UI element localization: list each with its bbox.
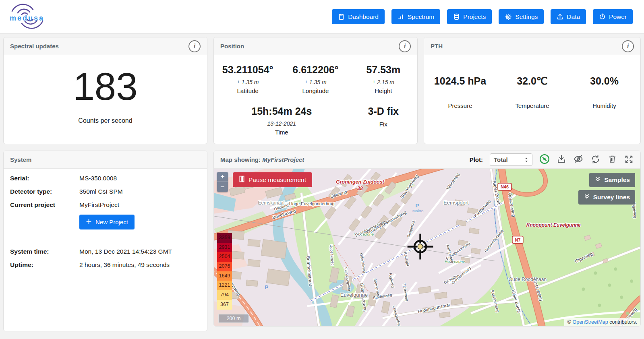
projects-database-icon [453, 13, 460, 20]
legend-item: 2504 [217, 252, 232, 262]
openstreetmap-link[interactable]: OpenStreetMap [572, 319, 608, 325]
humidity-label: Humidity [568, 102, 640, 109]
system-time-value: Mon, 13 Dec 2021 14:54:23 GMT [79, 248, 172, 255]
humidity-stat: 30.0% Humidity [568, 75, 640, 109]
spectral-updates-card: Spectral updates i 183 Counts per second [3, 37, 207, 144]
fix-stat: 3-D fix Fix [350, 105, 417, 136]
fullscreen-button[interactable] [624, 154, 634, 165]
map-label-eemspoort: Eemspoort [443, 200, 469, 206]
info-icon[interactable]: i [399, 40, 411, 52]
cps-value: 183 [4, 67, 207, 106]
latitude-stat: 53.211054° ± 1.35 m Latitude [214, 64, 282, 94]
cps-label: Counts per second [4, 117, 207, 124]
pause-icon [239, 176, 245, 184]
nav-projects-button[interactable]: Projects [447, 9, 492, 24]
longitude-label: Longitude [282, 87, 349, 94]
current-project-label: Current project [10, 201, 79, 209]
dashboard-clipboard-icon [338, 13, 345, 20]
map-svg: Groningen-Zuidoost 38 Hoge Euvelgunnerbr… [214, 169, 640, 327]
compass-button[interactable] [539, 154, 550, 165]
nav-dashboard-button[interactable]: Dashboard [332, 9, 385, 24]
serial-row: Serial: MS-350.0008 [10, 175, 201, 182]
humidity-value: 30.0% [568, 75, 640, 87]
main-nav: Dashboard Spectrum Projects Settings Dat… [332, 9, 633, 24]
pressure-label: Pressure [424, 102, 496, 109]
pressure-value: 1024.5 hPa [424, 75, 496, 87]
zoom-in-button[interactable]: + [217, 172, 228, 182]
height-label: Height [350, 87, 417, 94]
eye-off-icon [573, 154, 584, 164]
map-title-project: MyFirstProject [262, 156, 304, 163]
survey-lines-button[interactable]: Survey lines [578, 190, 635, 205]
map-zoom-control: + − [217, 172, 228, 192]
data-upload-icon [557, 13, 563, 20]
uptime-value: 2 hours, 36 minutes, 49 seconds [79, 261, 170, 269]
nav-dashboard-label: Dashboard [348, 13, 379, 21]
temperature-value: 32.0℃ [496, 75, 568, 87]
longitude-accuracy: ± 1.35 m [282, 79, 349, 85]
map-legend: 335929312504207616491221794367 [217, 233, 232, 310]
refresh-icon [590, 154, 601, 164]
plot-select[interactable]: Total [490, 153, 532, 166]
nav-projects-label: Projects [463, 13, 486, 21]
map-label-hoge-euvelgunnerbrug: Hoge Euvelgunnerbrug [289, 201, 335, 206]
uptime-label: Uptime: [10, 261, 79, 269]
gps-date: 13-12-2021 [214, 120, 350, 127]
nav-power-label: Power [609, 13, 627, 21]
pth-card-title: PTH [431, 43, 443, 50]
samples-button[interactable]: Samples [589, 173, 635, 187]
delete-button[interactable] [607, 154, 617, 165]
legend-item: 3359 [217, 233, 232, 243]
latitude-accuracy: ± 1.35 m [214, 79, 282, 85]
refresh-button[interactable] [590, 154, 601, 165]
nav-data-button[interactable]: Data [551, 9, 586, 24]
gps-time-value: 15h:54m 24s [214, 105, 350, 117]
longitude-stat: 6.612206° ± 1.35 m Longitude [282, 64, 349, 94]
map-card: Map showing: MyFirstProject Plot: Total [213, 151, 641, 327]
power-icon [599, 13, 606, 20]
fullscreen-icon [624, 154, 634, 164]
legend-item: 1221 [217, 281, 232, 290]
chevron-double-down-icon [584, 193, 590, 201]
info-icon[interactable]: i [622, 40, 634, 52]
uptime-row: Uptime: 2 hours, 36 minutes, 49 seconds [10, 261, 201, 269]
samples-button-label: Samples [604, 176, 630, 184]
position-card: Position i 53.211054° ± 1.35 m Latitude … [213, 37, 418, 144]
spectrum-bars-icon [398, 13, 404, 20]
pause-measurement-button[interactable]: Pause measurement [233, 172, 312, 187]
spectral-card-title: Spectral updates [10, 43, 59, 50]
medusa-logo[interactable]: medusa [5, 2, 52, 31]
pause-measurement-label: Pause measurement [248, 176, 306, 184]
chevron-double-down-icon [594, 176, 601, 184]
position-card-title: Position [220, 43, 244, 50]
survey-lines-button-label: Survey lines [593, 194, 630, 201]
plus-icon [86, 219, 92, 226]
current-project-value: MyFirstProject [79, 201, 119, 209]
legend-item: 794 [217, 290, 232, 300]
svg-text:N7: N7 [515, 238, 520, 242]
map-label-oude-roodehaan: Oude Roodehaan [509, 277, 547, 282]
map-label-groningen-zuidoost: Groningen-Zuidoost [336, 179, 385, 185]
info-icon[interactable]: i [188, 40, 201, 52]
current-project-row: Current project MyFirstProject [10, 201, 201, 209]
fix-value: 3-D fix [350, 105, 417, 117]
download-icon [557, 154, 566, 164]
pressure-stat: 1024.5 hPa Pressure [424, 75, 496, 109]
detector-type-row: Detector type: 350ml CsI SPM [10, 188, 201, 195]
nav-spectrum-button[interactable]: Spectrum [391, 9, 440, 24]
nav-power-button[interactable]: Power [593, 9, 633, 24]
nav-settings-button[interactable]: Settings [499, 9, 544, 24]
plot-select-value: Total [494, 156, 508, 163]
map-canvas[interactable]: Groningen-Zuidoost 38 Hoge Euvelgunnerbr… [214, 169, 640, 327]
map-label-makro: Makro [412, 209, 424, 213]
hide-layers-button[interactable] [573, 154, 584, 165]
nav-spectrum-label: Spectrum [408, 13, 434, 21]
temperature-label: Temperature [496, 102, 568, 109]
new-project-button[interactable]: New Project [79, 215, 135, 229]
logo-text: medusa [10, 14, 44, 23]
road-shield-n7: N7 [512, 236, 523, 244]
download-button[interactable] [557, 154, 566, 165]
road-shield-n46: N46 [498, 183, 511, 190]
latitude-label: Latitude [214, 87, 282, 94]
zoom-out-button[interactable]: − [217, 182, 228, 192]
